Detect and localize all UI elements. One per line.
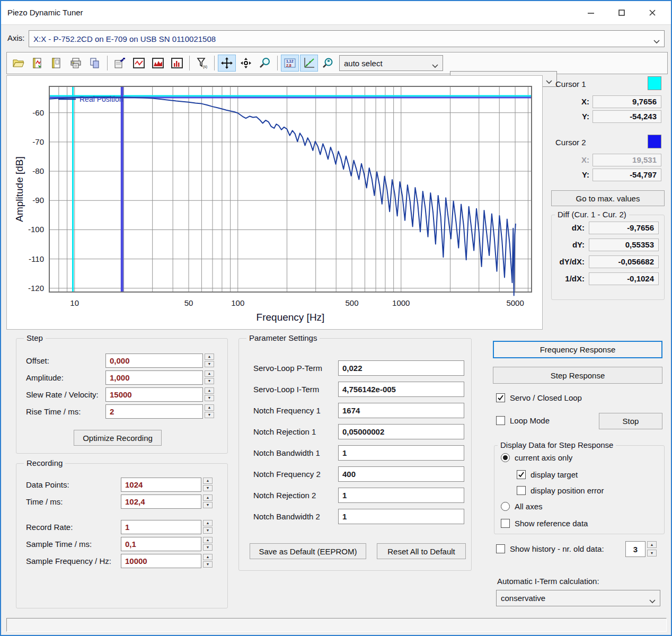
time-ms-spinner: ▲▼ xyxy=(203,494,213,509)
zoom-reset-tool-button[interactable] xyxy=(319,55,337,72)
p-term-label: Servo-Loop P-Term xyxy=(253,364,322,373)
pan-tool-button[interactable] xyxy=(218,55,236,72)
filter-button[interactable]: (s) xyxy=(193,55,211,72)
center-crosshair-icon xyxy=(240,57,252,69)
cursor1-color-swatch[interactable] xyxy=(648,76,661,90)
p-term-input[interactable] xyxy=(338,360,464,376)
minimize-button[interactable] xyxy=(576,4,606,22)
offset-input[interactable] xyxy=(105,354,203,368)
amplitude-input[interactable] xyxy=(105,370,203,385)
i-term-input[interactable] xyxy=(338,382,464,397)
spin-up-button[interactable]: ▲ xyxy=(205,354,214,360)
show-filled-chart-button[interactable] xyxy=(149,55,167,72)
notch-freq2-input[interactable] xyxy=(338,466,464,482)
spin-up-button[interactable]: ▲ xyxy=(203,554,213,560)
frequency-response-button[interactable]: Frequency Response xyxy=(493,341,662,358)
notch-freq1-label: Notch Frequency 1 xyxy=(253,406,321,415)
data-points-input[interactable] xyxy=(121,478,201,492)
svg-text:100: 100 xyxy=(231,298,244,307)
export-settings-button[interactable] xyxy=(111,55,129,72)
spin-up-button[interactable]: ▲ xyxy=(203,494,213,501)
spin-down-button[interactable]: ▼ xyxy=(203,527,213,534)
stop-button[interactable]: Stop xyxy=(599,413,662,429)
current-axis-only-radio[interactable] xyxy=(501,453,510,462)
spin-down-button[interactable]: ▼ xyxy=(203,561,213,568)
spin-down-button[interactable]: ▼ xyxy=(205,412,214,418)
display-position-error-checkbox[interactable] xyxy=(517,486,526,495)
notch-freq1-input[interactable] xyxy=(338,403,464,418)
sample-time-input[interactable] xyxy=(121,537,201,551)
reset-default-button[interactable]: Reset All to Default xyxy=(377,543,466,559)
spin-down-button[interactable]: ▼ xyxy=(205,378,214,384)
spin-down-button[interactable]: ▼ xyxy=(203,544,213,551)
spin-down-button[interactable]: ▼ xyxy=(203,485,213,491)
display-position-error-row: display position error xyxy=(517,486,604,495)
spin-down-button[interactable]: ▼ xyxy=(647,550,657,556)
filter-icon: (s) xyxy=(196,57,208,69)
spin-down-button[interactable]: ▼ xyxy=(203,502,213,508)
show-history-checkbox[interactable] xyxy=(496,544,505,553)
iterm-calculation-selector[interactable]: conservative xyxy=(496,590,660,606)
svg-text:1,12: 1,12 xyxy=(286,59,294,64)
optimize-recording-button[interactable]: Optimize Recording xyxy=(74,430,162,446)
copy-button[interactable] xyxy=(86,55,104,72)
cursor2-color-swatch[interactable] xyxy=(648,135,661,148)
loop-mode-checkbox[interactable] xyxy=(496,416,505,425)
spin-down-button[interactable]: ▼ xyxy=(205,395,214,401)
spin-down-button[interactable]: ▼ xyxy=(205,361,214,367)
notch-rej2-input[interactable] xyxy=(338,488,464,503)
print-button[interactable] xyxy=(67,55,85,72)
maximize-button[interactable] xyxy=(606,4,637,22)
history-count-input[interactable] xyxy=(625,541,646,557)
center-tool-button[interactable] xyxy=(237,55,255,72)
spin-up-button[interactable]: ▲ xyxy=(205,387,214,394)
time-ms-input[interactable] xyxy=(121,494,201,509)
show-bar-chart-button[interactable] xyxy=(168,55,186,72)
loop-mode-row: Loop Mode xyxy=(496,416,550,425)
filled-chart-icon xyxy=(152,57,164,69)
axis-selector[interactable]: X:X - P-752.2CD on E-709 on USB SN 01100… xyxy=(29,30,665,47)
diff-group-title: Diff (Cur. 1 - Cur. 2) xyxy=(555,210,629,219)
servo-closed-loop-checkbox[interactable] xyxy=(496,393,505,402)
notch-bw1-input[interactable] xyxy=(338,445,464,461)
save-default-button[interactable]: Save as Default (EEPROM) xyxy=(250,543,366,559)
slew-rate-input[interactable] xyxy=(105,387,203,402)
display-target-checkbox[interactable] xyxy=(517,470,526,479)
spin-up-button[interactable]: ▲ xyxy=(203,537,213,543)
spin-up-button[interactable]: ▲ xyxy=(205,370,214,377)
sample-frequency-input[interactable] xyxy=(121,554,201,568)
mode-selector[interactable]: auto select xyxy=(339,55,443,71)
rise-time-label: Rise Time / ms: xyxy=(26,407,81,416)
toolbar-separator xyxy=(214,56,215,70)
frequency-response-chart[interactable]: 105010050010005000-60-70-80-90-100-110-1… xyxy=(7,76,542,329)
save-report-button[interactable] xyxy=(29,55,47,72)
go-to-max-button[interactable]: Go to max. values xyxy=(551,190,665,206)
spin-up-button[interactable]: ▲ xyxy=(205,404,214,411)
show-line-chart-button[interactable] xyxy=(130,55,148,72)
cursor2-label: Cursor 2 xyxy=(555,138,586,147)
record-rate-input[interactable] xyxy=(121,520,201,534)
current-axis-row: current axis only xyxy=(501,453,572,462)
check-icon xyxy=(518,471,525,478)
open-file-button[interactable] xyxy=(10,55,28,72)
spin-up-button[interactable]: ▲ xyxy=(203,520,213,526)
svg-text:-60: -60 xyxy=(32,108,44,117)
spin-up-button[interactable]: ▲ xyxy=(203,478,213,484)
zoom-tool-button[interactable] xyxy=(256,55,274,72)
all-axes-row: All axes xyxy=(501,502,543,511)
diff-group: Diff (Cur. 1 - Cur. 2) dX: -9,7656 dY: 0… xyxy=(551,215,665,300)
notch-bw2-input[interactable] xyxy=(338,509,464,524)
show-reference-data-checkbox[interactable] xyxy=(501,519,510,528)
save-data-button[interactable] xyxy=(48,55,66,72)
scale-axes-tool-button[interactable] xyxy=(300,55,318,72)
notch-rej1-input[interactable] xyxy=(338,424,464,439)
rise-time-input[interactable] xyxy=(105,404,203,419)
close-button[interactable] xyxy=(637,4,668,22)
spin-up-button[interactable]: ▲ xyxy=(647,541,657,548)
step-response-button[interactable]: Step Response xyxy=(493,367,662,384)
scale-12-tool-button[interactable]: 1,122,8 xyxy=(281,55,299,72)
iterm-calculation-label: Automatic I-Term calculation: xyxy=(497,577,599,586)
all-axes-radio[interactable] xyxy=(501,502,510,511)
data-points-spinner: ▲▼ xyxy=(203,478,213,492)
scale-values-icon: 1,122,8 xyxy=(284,57,296,69)
